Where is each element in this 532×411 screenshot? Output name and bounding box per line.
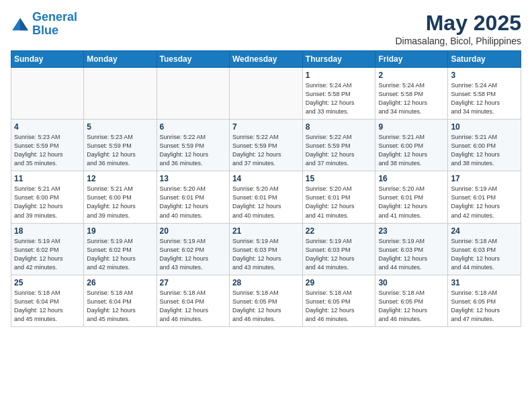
- day-number: 28: [232, 278, 300, 287]
- calendar-cell: [157, 68, 229, 120]
- logo-text: General Blue: [32, 11, 77, 38]
- calendar-week-3: 11Sunrise: 5:21 AM Sunset: 6:00 PM Dayli…: [11, 171, 521, 223]
- day-number: 6: [160, 122, 226, 132]
- day-number: 15: [306, 174, 373, 183]
- day-info: Sunrise: 5:19 AM Sunset: 6:03 PM Dayligh…: [232, 237, 300, 272]
- calendar-cell: [84, 68, 157, 120]
- col-tuesday: Tuesday: [157, 51, 229, 68]
- day-info: Sunrise: 5:19 AM Sunset: 6:03 PM Dayligh…: [378, 237, 445, 272]
- day-number: 27: [160, 278, 226, 287]
- calendar-week-1: 1Sunrise: 5:24 AM Sunset: 5:58 PM Daylig…: [11, 68, 521, 120]
- col-sunday: Sunday: [11, 51, 84, 68]
- calendar-cell: 15Sunrise: 5:20 AM Sunset: 6:01 PM Dayli…: [302, 171, 375, 223]
- day-number: 16: [378, 174, 445, 183]
- day-info: Sunrise: 5:24 AM Sunset: 5:58 PM Dayligh…: [306, 81, 373, 116]
- calendar-cell: 26Sunrise: 5:18 AM Sunset: 6:04 PM Dayli…: [84, 275, 157, 326]
- calendar-cell: 7Sunrise: 5:22 AM Sunset: 5:59 PM Daylig…: [229, 120, 302, 171]
- calendar-cell: 14Sunrise: 5:20 AM Sunset: 6:01 PM Dayli…: [229, 171, 302, 223]
- day-number: 18: [14, 226, 81, 236]
- day-number: 13: [160, 174, 226, 183]
- day-number: 24: [451, 226, 518, 236]
- calendar-cell: 2Sunrise: 5:24 AM Sunset: 5:58 PM Daylig…: [375, 68, 448, 120]
- day-number: 4: [14, 122, 81, 132]
- day-number: 31: [451, 278, 518, 287]
- calendar-cell: 25Sunrise: 5:18 AM Sunset: 6:04 PM Dayli…: [11, 275, 84, 326]
- col-wednesday: Wednesday: [229, 51, 302, 68]
- page-container: General Blue May 2025 Dimasalang, Bicol,…: [0, 0, 532, 334]
- calendar-cell: 16Sunrise: 5:20 AM Sunset: 6:01 PM Dayli…: [375, 171, 448, 223]
- svg-marker-1: [20, 17, 28, 30]
- calendar-cell: [11, 68, 84, 120]
- calendar-week-2: 4Sunrise: 5:23 AM Sunset: 5:59 PM Daylig…: [11, 120, 521, 171]
- day-number: 1: [306, 71, 373, 80]
- calendar-week-4: 18Sunrise: 5:19 AM Sunset: 6:02 PM Dayli…: [11, 223, 521, 275]
- calendar-cell: 9Sunrise: 5:21 AM Sunset: 6:00 PM Daylig…: [375, 120, 448, 171]
- day-info: Sunrise: 5:23 AM Sunset: 5:59 PM Dayligh…: [87, 133, 153, 168]
- calendar-header: Sunday Monday Tuesday Wednesday Thursday…: [11, 51, 521, 68]
- day-info: Sunrise: 5:21 AM Sunset: 6:00 PM Dayligh…: [87, 185, 153, 220]
- day-info: Sunrise: 5:21 AM Sunset: 6:00 PM Dayligh…: [451, 133, 518, 168]
- day-info: Sunrise: 5:19 AM Sunset: 6:02 PM Dayligh…: [87, 237, 153, 272]
- logo: General Blue: [11, 11, 77, 38]
- day-info: Sunrise: 5:22 AM Sunset: 5:59 PM Dayligh…: [306, 133, 373, 168]
- calendar-cell: 18Sunrise: 5:19 AM Sunset: 6:02 PM Dayli…: [11, 223, 84, 275]
- calendar-cell: 17Sunrise: 5:19 AM Sunset: 6:01 PM Dayli…: [448, 171, 521, 223]
- calendar-cell: 20Sunrise: 5:19 AM Sunset: 6:02 PM Dayli…: [157, 223, 229, 275]
- col-monday: Monday: [84, 51, 157, 68]
- calendar-cell: 10Sunrise: 5:21 AM Sunset: 6:00 PM Dayli…: [448, 120, 521, 171]
- day-info: Sunrise: 5:20 AM Sunset: 6:01 PM Dayligh…: [232, 185, 300, 220]
- calendar-cell: 21Sunrise: 5:19 AM Sunset: 6:03 PM Dayli…: [229, 223, 302, 275]
- day-info: Sunrise: 5:21 AM Sunset: 6:00 PM Dayligh…: [14, 185, 81, 220]
- day-info: Sunrise: 5:19 AM Sunset: 6:02 PM Dayligh…: [160, 237, 226, 272]
- calendar-week-5: 25Sunrise: 5:18 AM Sunset: 6:04 PM Dayli…: [11, 275, 521, 326]
- calendar-table: Sunday Monday Tuesday Wednesday Thursday…: [11, 50, 521, 327]
- day-number: 10: [451, 122, 518, 132]
- calendar-cell: 24Sunrise: 5:18 AM Sunset: 6:03 PM Dayli…: [448, 223, 521, 275]
- day-info: Sunrise: 5:23 AM Sunset: 5:59 PM Dayligh…: [14, 133, 81, 168]
- day-number: 7: [232, 122, 300, 132]
- calendar-cell: 28Sunrise: 5:18 AM Sunset: 6:05 PM Dayli…: [229, 275, 302, 326]
- day-number: 22: [306, 226, 373, 236]
- calendar-cell: 3Sunrise: 5:24 AM Sunset: 5:58 PM Daylig…: [448, 68, 521, 120]
- header-row: Sunday Monday Tuesday Wednesday Thursday…: [11, 51, 521, 68]
- calendar-cell: 19Sunrise: 5:19 AM Sunset: 6:02 PM Dayli…: [84, 223, 157, 275]
- day-info: Sunrise: 5:20 AM Sunset: 6:01 PM Dayligh…: [306, 185, 373, 220]
- day-info: Sunrise: 5:24 AM Sunset: 5:58 PM Dayligh…: [451, 81, 518, 116]
- day-info: Sunrise: 5:18 AM Sunset: 6:04 PM Dayligh…: [14, 289, 81, 324]
- calendar-cell: 13Sunrise: 5:20 AM Sunset: 6:01 PM Dayli…: [157, 171, 229, 223]
- day-number: 14: [232, 174, 300, 183]
- day-number: 3: [451, 71, 518, 80]
- calendar-cell: 1Sunrise: 5:24 AM Sunset: 5:58 PM Daylig…: [302, 68, 375, 120]
- day-info: Sunrise: 5:21 AM Sunset: 6:00 PM Dayligh…: [378, 133, 445, 168]
- day-info: Sunrise: 5:18 AM Sunset: 6:04 PM Dayligh…: [160, 289, 226, 324]
- day-info: Sunrise: 5:19 AM Sunset: 6:01 PM Dayligh…: [451, 185, 518, 220]
- day-info: Sunrise: 5:18 AM Sunset: 6:05 PM Dayligh…: [378, 289, 445, 324]
- col-saturday: Saturday: [448, 51, 521, 68]
- calendar-cell: 12Sunrise: 5:21 AM Sunset: 6:00 PM Dayli…: [84, 171, 157, 223]
- day-info: Sunrise: 5:19 AM Sunset: 6:03 PM Dayligh…: [306, 237, 373, 272]
- calendar-cell: 30Sunrise: 5:18 AM Sunset: 6:05 PM Dayli…: [375, 275, 448, 326]
- day-info: Sunrise: 5:18 AM Sunset: 6:04 PM Dayligh…: [87, 289, 153, 324]
- day-info: Sunrise: 5:22 AM Sunset: 5:59 PM Dayligh…: [232, 133, 300, 168]
- calendar-cell: 6Sunrise: 5:22 AM Sunset: 5:59 PM Daylig…: [157, 120, 229, 171]
- day-number: 17: [451, 174, 518, 183]
- logo-line2: Blue: [32, 24, 58, 37]
- day-info: Sunrise: 5:18 AM Sunset: 6:05 PM Dayligh…: [232, 289, 300, 324]
- day-number: 12: [87, 174, 153, 183]
- day-number: 29: [306, 278, 373, 287]
- calendar-cell: 29Sunrise: 5:18 AM Sunset: 6:05 PM Dayli…: [302, 275, 375, 326]
- calendar-cell: [229, 68, 302, 120]
- day-number: 8: [306, 122, 373, 132]
- calendar-cell: 27Sunrise: 5:18 AM Sunset: 6:04 PM Dayli…: [157, 275, 229, 326]
- day-number: 5: [87, 122, 153, 132]
- calendar-cell: 23Sunrise: 5:19 AM Sunset: 6:03 PM Dayli…: [375, 223, 448, 275]
- subtitle: Dimasalang, Bicol, Philippines: [395, 36, 521, 46]
- day-info: Sunrise: 5:18 AM Sunset: 6:03 PM Dayligh…: [451, 237, 518, 272]
- logo-icon: [11, 17, 30, 32]
- day-number: 30: [378, 278, 445, 287]
- day-info: Sunrise: 5:22 AM Sunset: 5:59 PM Dayligh…: [160, 133, 226, 168]
- day-number: 2: [378, 71, 445, 80]
- calendar-cell: 8Sunrise: 5:22 AM Sunset: 5:59 PM Daylig…: [302, 120, 375, 171]
- day-number: 20: [160, 226, 226, 236]
- day-info: Sunrise: 5:24 AM Sunset: 5:58 PM Dayligh…: [378, 81, 445, 116]
